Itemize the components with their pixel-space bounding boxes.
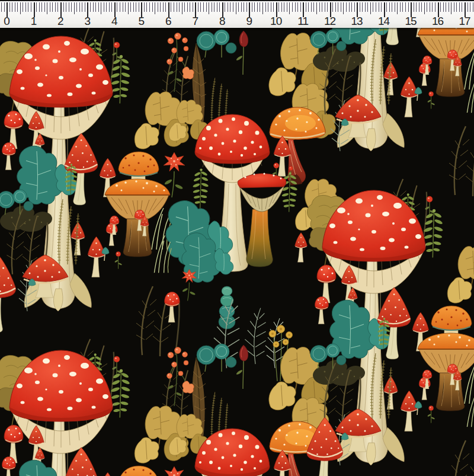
ruler-tick-minor [106,2,107,12]
ruler-tick-minor [311,2,312,12]
ruler-tick-minor [319,2,320,12]
ruler-tick-minor [405,2,406,12]
fabric-photo: 01234567891011121314151617 [0,0,474,476]
ruler-tick-minor [446,2,446,12]
ruler-tick-minor [397,2,398,14]
ruler-tick-minor [308,2,309,12]
ruler-tick-minor [273,2,274,12]
ruler-tick-minor [246,2,247,12]
ruler-tick-minor [111,2,112,12]
ruler-tick-minor [244,2,244,12]
ruler-tick-minor [187,2,188,12]
ruler-tick-minor [241,2,242,12]
ruler-number: 0 [0,15,17,28]
ruler-tick-minor [292,2,293,12]
ruler-tick-minor [338,2,338,12]
ruler-tick-minor [66,2,66,12]
ruler-tick-minor [252,2,252,12]
ruler-tick-minor [182,2,182,14]
ruler-tick-minor [400,2,401,12]
ruler-tick-minor [158,2,158,12]
ruler-tick-minor [332,2,333,12]
ruler-number: 10 [266,15,286,28]
ruler-tick-minor [125,2,126,12]
ruler-tick-minor [52,2,53,12]
ruler-tick-minor [165,2,166,12]
ruler-tick-minor [473,2,473,12]
ruler-tick-minor [365,2,366,12]
ruler-tick-minor [12,2,12,12]
ruler-tick-minor [4,2,5,12]
ruler-number: 12 [320,15,340,28]
ruler-number: 14 [374,15,394,28]
ruler-tick-minor [184,2,185,12]
ruler-tick-minor [268,2,268,12]
ruler-tick-minor [265,2,266,12]
ruler-tick-minor [120,2,120,12]
ruler-tick-minor [39,2,40,12]
ruler-tick-minor [71,2,72,12]
ruler-tick-minor [93,2,94,12]
ruler-tick-minor [139,2,139,12]
ruler-tick-minor [128,2,129,14]
ruler-tick-minor [287,2,287,12]
ruler-tick-minor [209,2,209,14]
ruler-tick-minor [313,2,314,12]
ruler-tick-minor [462,2,462,12]
ruler-tick-minor [146,2,147,12]
ruler-tick-minor [74,2,75,14]
ruler-tick-minor [203,2,204,12]
ruler-tick-minor [160,2,161,12]
ruler-tick-minor [193,2,193,12]
ruler-tick-minor [284,2,284,12]
ruler-tick-minor [300,2,301,12]
ruler-tick-minor [98,2,99,12]
ruler-tick-minor [392,2,392,12]
ruler-tick-minor [25,2,26,12]
ruler-number: 3 [77,15,97,28]
ruler-tick-minor [228,2,228,12]
ruler-tick-minor [443,2,444,12]
ruler-tick-minor [289,2,290,14]
ruler-tick-minor [238,2,239,12]
ruler-tick-minor [123,2,123,12]
ruler-tick-minor [144,2,145,12]
ruler-tick-minor [467,2,468,12]
ruler-tick-minor [257,2,258,12]
ruler-tick-minor [346,2,347,12]
ruler-tick-minor [69,2,69,12]
ruler-tick-minor [101,2,101,14]
ruler-tick-minor [432,2,433,12]
ruler-tick-minor [327,2,328,12]
ruler-tick-minor [343,2,344,14]
ruler-tick-minor [386,2,387,12]
ruler-tick-minor [20,2,21,14]
ruler-number: 11 [293,15,313,28]
ruler-tick-minor [219,2,220,12]
ruler-number: 8 [212,15,232,28]
ruler-tick-minor [376,2,376,12]
ruler-tick-minor [354,2,355,12]
ruler-number: 16 [428,15,448,28]
ruler-tick-minor [271,2,271,12]
ruler-number: 5 [131,15,151,28]
ruler-number: 9 [239,15,259,28]
ruler-tick-minor [416,2,417,12]
ruler-tick-minor [322,2,322,12]
ruler-tick-minor [9,2,10,12]
ruler-tick-minor [117,2,117,12]
ruler-tick-minor [335,2,336,12]
ruler-tick-minor [370,2,371,14]
ruler-tick-minor [306,2,306,12]
ruler-tick-minor [76,2,77,12]
ruler-tick-minor [90,2,91,12]
ruler-tick-minor [225,2,225,12]
ruler-tick-minor [402,2,403,12]
ruler-tick-minor [198,2,198,12]
ruler-tick-minor [424,2,425,14]
ruler-tick-minor [451,2,451,14]
ruler-tick-minor [254,2,255,12]
ruler-tick-minor [1,2,2,12]
ruler-tick-minor [163,2,164,12]
ruler-tick-minor [381,2,382,12]
